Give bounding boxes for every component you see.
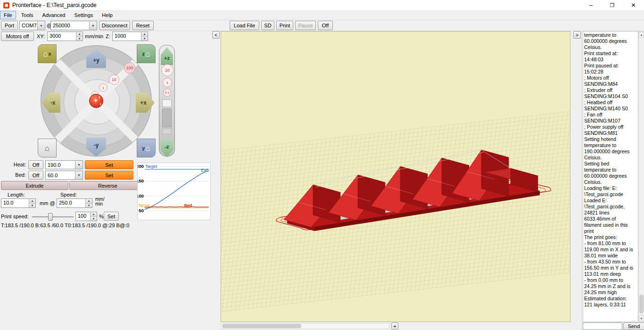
jog-minus-z-button[interactable]: -z: [161, 140, 173, 157]
reverse-button[interactable]: Reverse: [69, 181, 146, 190]
spin-up-icon[interactable]: ▲: [29, 199, 35, 204]
menu-advanced[interactable]: Advanced: [39, 11, 69, 19]
sd-button[interactable]: SD: [261, 21, 274, 30]
graph-ex0-label: Ex0: [201, 168, 208, 173]
menu-help[interactable]: Help: [98, 11, 116, 19]
extrude-speed-input[interactable]: 250.0 ▲▼: [57, 198, 92, 208]
disconnect-button[interactable]: Disconnect: [99, 21, 130, 30]
log-text: temperature to 60.000000 degrees Celsius…: [583, 32, 638, 308]
home-z-button[interactable]: z ⌂: [137, 44, 156, 63]
temperature-status-line: T:183.5 /190.0 B:63.5 /60.0 T0:183.5 /19…: [1, 223, 129, 228]
spin-down-icon[interactable]: ▼: [91, 217, 97, 221]
jog-plus-z-button[interactable]: +z: [161, 47, 173, 65]
log-vscrollbar[interactable]: ▲ ▼: [638, 31, 644, 322]
spin-down-icon[interactable]: ▼: [29, 204, 35, 208]
length-input[interactable]: 10.0 ▲▼: [1, 198, 36, 208]
menu-file[interactable]: File: [0, 11, 16, 19]
menu-settings[interactable]: Settings: [71, 11, 97, 19]
pause-button[interactable]: Pause: [295, 21, 316, 30]
scroll-up-icon[interactable]: ▲: [639, 32, 644, 38]
viewport-hscrollbar[interactable]: [221, 323, 389, 329]
print-speed-set-button[interactable]: Set: [104, 212, 119, 221]
bed-off-button[interactable]: Off: [28, 171, 43, 180]
reset-button[interactable]: Reset: [132, 21, 154, 30]
window-title: Pronterface - E:\Test_paroi.gcode: [12, 2, 97, 8]
jog-step-100[interactable]: 100: [124, 62, 135, 74]
scroll-down-icon[interactable]: ▼: [639, 315, 644, 322]
gcode-command-input[interactable]: [583, 322, 622, 330]
graph-ylabel-100: 100: [137, 193, 144, 198]
jog-step-1[interactable]: 1: [99, 83, 107, 92]
mm-at-label: mm @: [40, 200, 55, 206]
heat-label: Heat:: [8, 162, 26, 167]
heat-off-button[interactable]: Off: [28, 160, 43, 169]
spin-up-icon[interactable]: ▲: [86, 199, 92, 204]
dropdown-arrow-icon[interactable]: ▼: [75, 161, 83, 169]
length-label: Length:: [8, 192, 25, 198]
home-icon: ⌂: [43, 50, 48, 58]
graph-ylabel-50: 50: [139, 208, 144, 213]
percent-label: %: [99, 214, 104, 219]
send-button[interactable]: Send: [623, 322, 644, 330]
collapse-left-button[interactable]: <: [212, 31, 220, 39]
jog-center-knob[interactable]: + y x: [89, 94, 103, 108]
right-panel: temperature to 60.000000 degrees Celsius…: [581, 31, 644, 330]
collapse-right-button[interactable]: >: [573, 31, 581, 39]
home-y-button[interactable]: y ⌂: [137, 139, 156, 157]
graph-ylabel-150: 150: [137, 178, 144, 183]
gcode-3d-viewport[interactable]: [221, 31, 570, 322]
spin-down-icon[interactable]: ▼: [76, 37, 83, 41]
xy-feed-input[interactable]: 3000 ▲▼: [47, 32, 83, 41]
heat-temp-select[interactable]: 190.0 ▼: [45, 160, 83, 169]
load-file-button[interactable]: Load File: [230, 21, 259, 30]
bed-set-button[interactable]: Set: [85, 171, 133, 180]
baud-select[interactable]: 250000 ▼: [50, 21, 97, 30]
z-feed-input[interactable]: 1000 ▲▼: [112, 32, 148, 41]
zoom-plus-button[interactable]: +: [391, 322, 398, 330]
maximize-button[interactable]: ❐: [602, 0, 623, 11]
heat-set-button[interactable]: Set: [85, 160, 133, 169]
dropdown-arrow-icon[interactable]: ▼: [89, 21, 97, 30]
print-speed-slider[interactable]: [32, 213, 74, 221]
spin-up-icon[interactable]: ▲: [141, 32, 148, 37]
slider-thumb[interactable]: [48, 213, 53, 221]
log-output[interactable]: temperature to 60.000000 degrees Celsius…: [583, 31, 638, 322]
app-window: Pronterface - E:\Test_paroi.gcode – ❐ ✕ …: [0, 0, 644, 330]
extrude-button[interactable]: Extrude: [1, 181, 68, 190]
app-icon: [3, 2, 9, 8]
menu-bar: File Tools Advanced Settings Help: [0, 11, 644, 20]
menu-tools[interactable]: Tools: [17, 11, 37, 19]
port-button[interactable]: Port: [1, 21, 18, 30]
print-speed-input[interactable]: 100 ▲▼: [75, 212, 97, 221]
vscroll-thumb[interactable]: [639, 295, 644, 314]
home-icon: ⌂: [145, 144, 150, 152]
left-panel: Motors off XY: 3000 ▲▼ mm/min Z: 1000 ▲▼…: [0, 31, 211, 330]
z-step-0-1[interactable]: 0.1: [163, 89, 171, 97]
hscroll-thumb[interactable]: [222, 324, 301, 328]
home-icon: ⌂: [45, 144, 50, 152]
spin-down-icon[interactable]: ▼: [141, 37, 148, 41]
jog-plus-x-button[interactable]: +x: [136, 93, 155, 113]
xy-feed-label: XY:: [37, 33, 45, 39]
temperature-graph: 200 150 100 50 Target Ex0 Target Bed: [137, 163, 211, 220]
z-step-1[interactable]: 1: [163, 78, 172, 87]
port-select[interactable]: COM7 ▼: [19, 21, 45, 30]
jog-step-10[interactable]: 10: [109, 74, 119, 85]
dropdown-arrow-icon[interactable]: ▼: [75, 171, 83, 179]
minimize-button[interactable]: –: [580, 0, 602, 11]
print-button[interactable]: Print: [276, 21, 293, 30]
home-icon: ⌂: [145, 50, 150, 58]
home-all-button[interactable]: ⌂: [38, 139, 57, 157]
bed-temp-select[interactable]: 60.0 ▼: [45, 171, 83, 180]
motors-off-button[interactable]: Motors off: [1, 32, 34, 41]
spin-down-icon[interactable]: ▼: [86, 204, 92, 208]
dropdown-arrow-icon[interactable]: ▼: [37, 21, 45, 30]
home-x-button[interactable]: ⌂ x: [38, 44, 57, 63]
spin-up-icon[interactable]: ▲: [76, 32, 83, 37]
graph-ylabel-200: 200: [137, 164, 144, 169]
graph-bed-label: Bed: [184, 203, 192, 208]
close-button[interactable]: ✕: [623, 0, 644, 11]
spin-up-icon[interactable]: ▲: [91, 212, 97, 217]
off-button[interactable]: Off: [318, 21, 333, 30]
z-step-10[interactable]: 10: [161, 64, 173, 76]
